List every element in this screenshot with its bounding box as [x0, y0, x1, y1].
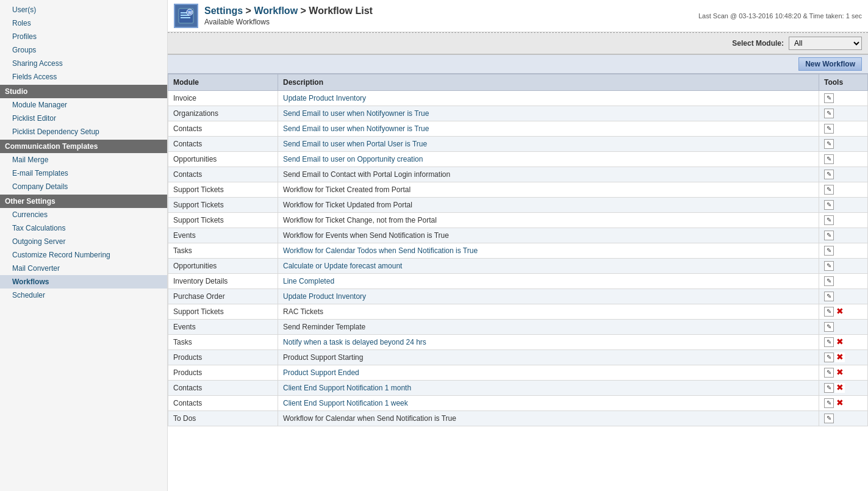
sidebar-item-sharing-access[interactable]: Sharing Access [0, 57, 167, 70]
sidebar-item-outgoing-server[interactable]: Outgoing Server [0, 235, 167, 248]
description-cell[interactable]: Send Email to user when Portal User is T… [278, 137, 819, 152]
description-link[interactable]: Send Email to user when Notifyowner is T… [283, 109, 429, 118]
description-link[interactable]: Send Email to user when Notifyowner is T… [283, 124, 429, 133]
edit-icon[interactable]: ✎ [824, 337, 834, 347]
description-cell[interactable]: Workflow for Calendar Todos when Send No… [278, 243, 819, 259]
module-cell: Products [168, 350, 278, 365]
sidebar-item-fields-access[interactable]: Fields Access [0, 70, 167, 84]
sidebar-item-profiles[interactable]: Profiles [0, 30, 167, 43]
tools-cell: ✎ [819, 228, 868, 243]
module-select[interactable]: AllInvoiceOrganizationsContactsOpportuni… [789, 37, 862, 50]
table-row: ContactsClient End Support Notification … [168, 381, 868, 396]
description-cell[interactable]: Update Product Inventory [278, 289, 819, 304]
tools-cell: ✎ [819, 91, 868, 106]
delete-icon[interactable]: ✖ [835, 383, 845, 393]
sidebar-item-company-details[interactable]: Company Details [0, 180, 167, 193]
description-cell[interactable]: Send Email to user on Opportunity creati… [278, 152, 819, 167]
edit-icon[interactable]: ✎ [824, 307, 834, 317]
breadcrumb-area: Settings > Workflow > Workflow List Avai… [204, 5, 698, 26]
description-link[interactable]: Update Product Inventory [283, 94, 366, 102]
description-cell[interactable]: Send Email to user when Notifyowner is T… [278, 121, 819, 137]
page-header: W Settings > Workflow > Workflow List Av… [168, 0, 868, 32]
workflow-link[interactable]: Workflow [254, 5, 298, 16]
description-cell[interactable]: Product Support Ended [278, 365, 819, 381]
table-row: EventsWorkflow for Events when Send Noti… [168, 228, 868, 243]
tools-cell: ✎✖ [819, 350, 868, 365]
sidebar-item-email-templates[interactable]: E-mail Templates [0, 167, 167, 180]
tools-cell: ✎ [819, 121, 868, 137]
description-cell[interactable]: Calculate or Update forecast amount [278, 259, 819, 274]
edit-icon[interactable]: ✎ [824, 261, 834, 271]
sidebar-item-fields-access-link: Fields Access [12, 73, 57, 81]
description-cell: RAC Tickets [278, 304, 819, 320]
svg-text:W: W [188, 10, 192, 15]
sidebar-item-scheduler-link: Scheduler [12, 291, 45, 299]
delete-icon[interactable]: ✖ [835, 307, 845, 317]
edit-icon[interactable]: ✎ [824, 368, 834, 378]
settings-link[interactable]: Settings [204, 5, 243, 16]
tools-cell: ✎ [819, 167, 868, 182]
edit-icon[interactable]: ✎ [824, 93, 834, 103]
sidebar-item-currencies-link: Currencies [12, 210, 48, 219]
delete-icon[interactable]: ✖ [835, 398, 845, 408]
description-link[interactable]: Notify when a task is delayed beyond 24 … [283, 338, 426, 346]
table-row: Inventory DetailsLine Completed✎ [168, 274, 868, 289]
edit-icon[interactable]: ✎ [824, 322, 834, 332]
description-cell: Workflow for Ticket Change, not from the… [278, 213, 819, 228]
table-header-row: Module Description Tools [168, 74, 868, 91]
delete-icon[interactable]: ✖ [835, 368, 845, 378]
edit-icon[interactable]: ✎ [824, 414, 834, 423]
new-workflow-button[interactable]: New Workflow [798, 57, 862, 71]
edit-icon[interactable]: ✎ [824, 124, 834, 134]
edit-icon[interactable]: ✎ [824, 383, 834, 393]
description-cell[interactable]: Line Completed [278, 274, 819, 289]
sidebar-item-picklist-dep[interactable]: Picklist Dependency Setup [0, 125, 167, 138]
description-link[interactable]: Send Email to user on Opportunity creati… [283, 155, 423, 163]
edit-icon[interactable]: ✎ [824, 139, 834, 149]
edit-icon[interactable]: ✎ [824, 276, 834, 286]
description-link[interactable]: Client End Support Notification 1 month [283, 384, 411, 392]
sidebar-item-picklist-editor[interactable]: Picklist Editor [0, 112, 167, 125]
sidebar-item-mail-merge[interactable]: Mail Merge [0, 153, 167, 167]
edit-icon[interactable]: ✎ [824, 353, 834, 362]
edit-icon[interactable]: ✎ [824, 398, 834, 408]
edit-icon[interactable]: ✎ [824, 246, 834, 256]
description-link[interactable]: Send Email to user when Portal User is T… [283, 140, 427, 148]
sidebar-item-currencies[interactable]: Currencies [0, 208, 167, 221]
sidebar-item-groups[interactable]: Groups [0, 43, 167, 57]
sidebar-item-record-numbering[interactable]: Customize Record Numbering [0, 248, 167, 262]
description-link[interactable]: Update Product Inventory [283, 292, 366, 301]
delete-icon[interactable]: ✖ [835, 353, 845, 362]
description-link[interactable]: Client End Support Notification 1 week [283, 399, 408, 407]
description-cell[interactable]: Notify when a task is delayed beyond 24 … [278, 335, 819, 350]
edit-icon[interactable]: ✎ [824, 185, 834, 195]
edit-icon[interactable]: ✎ [824, 170, 834, 179]
description-cell: Workflow for Calendar when Send Notifica… [278, 411, 819, 426]
edit-icon[interactable]: ✎ [824, 154, 834, 164]
edit-icon[interactable]: ✎ [824, 292, 834, 301]
description-link[interactable]: Workflow for Calendar Todos when Send No… [283, 246, 478, 255]
edit-icon[interactable]: ✎ [824, 200, 834, 210]
module-cell: Opportunities [168, 152, 278, 167]
sidebar-item-scheduler[interactable]: Scheduler [0, 289, 167, 302]
sidebar-item-mail-converter[interactable]: Mail Converter [0, 262, 167, 275]
description-link[interactable]: Product Support Ended [283, 368, 359, 377]
description-cell[interactable]: Send Email to user when Notifyowner is T… [278, 106, 819, 121]
sidebar-item-users[interactable]: User(s) [0, 3, 167, 16]
sidebar-item-module-manager[interactable]: Module Manager [0, 98, 167, 112]
description-link[interactable]: Calculate or Update forecast amount [283, 262, 402, 270]
description-cell[interactable]: Client End Support Notification 1 month [278, 381, 819, 396]
description-link[interactable]: Line Completed [283, 277, 334, 285]
edit-icon[interactable]: ✎ [824, 215, 834, 225]
description-cell[interactable]: Update Product Inventory [278, 91, 819, 106]
description-cell[interactable]: Client End Support Notification 1 week [278, 396, 819, 411]
sidebar-item-roles[interactable]: Roles [0, 16, 167, 30]
delete-icon[interactable]: ✖ [835, 337, 845, 347]
sidebar-item-workflows[interactable]: Workflows [0, 275, 167, 289]
description-cell: Workflow for Ticket Updated from Portal [278, 198, 819, 213]
sidebar-item-mail-converter-link: Mail Converter [12, 264, 60, 273]
module-cell: Inventory Details [168, 274, 278, 289]
edit-icon[interactable]: ✎ [824, 109, 834, 118]
sidebar-item-tax[interactable]: Tax Calculations [0, 221, 167, 235]
edit-icon[interactable]: ✎ [824, 231, 834, 240]
